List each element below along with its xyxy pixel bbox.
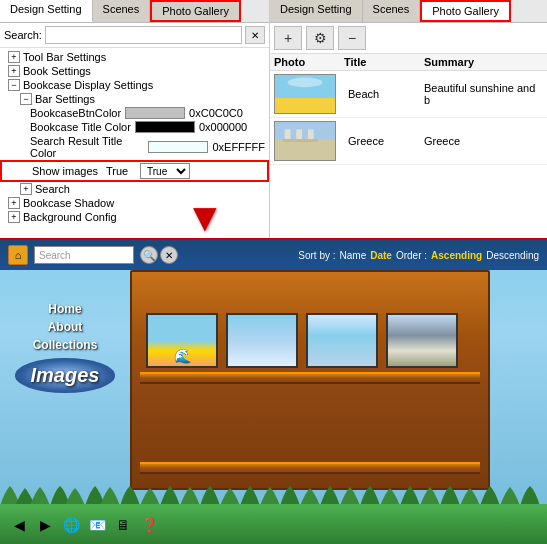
tree-item-bg-config[interactable]: + Background Config: [0, 210, 269, 224]
gallery-thumb-beach: [274, 74, 336, 114]
sort-ascending-button[interactable]: Ascending: [431, 250, 482, 261]
remove-photo-button[interactable]: −: [338, 26, 366, 50]
left-tab-bar: Design Setting Scenes Photo Gallery: [0, 0, 269, 23]
shelf-thumb-3[interactable]: [306, 313, 378, 368]
color-label: Bookcase Title Color: [30, 121, 131, 133]
home-icon-button[interactable]: ⌂: [8, 245, 28, 265]
color-swatch[interactable]: [125, 107, 185, 119]
sky-thumb: [228, 315, 296, 366]
taskbar-browser-icon[interactable]: 🌐: [60, 514, 82, 536]
add-photo-button[interactable]: +: [274, 26, 302, 50]
nav-collections[interactable]: Collections: [33, 336, 98, 354]
tree-item-btn-color: BookcaseBtnColor 0xC0C0C0: [0, 106, 269, 120]
taskbar-forward-button[interactable]: ▶: [34, 514, 56, 536]
search-box-top[interactable]: Search: [34, 246, 134, 264]
svg-rect-3: [275, 122, 335, 139]
tree-label: Search: [35, 183, 70, 195]
settings-photo-button[interactable]: ⚙: [306, 26, 334, 50]
tree-item-bar-settings[interactable]: − Bar Settings: [0, 92, 269, 106]
expander-icon: −: [8, 79, 20, 91]
show-images-dropdown[interactable]: True False: [140, 163, 190, 179]
taskbar-help-icon[interactable]: ❓: [138, 514, 160, 536]
shelf-thumb-2[interactable]: [226, 313, 298, 368]
left-nav: Home About Collections Images: [0, 300, 130, 393]
gallery-summary-beach: Beautiful sunshine and b: [424, 82, 543, 106]
red-arrow: ▼: [185, 195, 225, 240]
search-input[interactable]: [45, 26, 242, 44]
beach-thumb: [148, 315, 216, 366]
color-value: 0x000000: [199, 121, 247, 133]
tab-photo-gallery-left[interactable]: Photo Gallery: [150, 0, 241, 22]
search-text: Search: [39, 250, 71, 261]
gallery-table-header: Photo Title Summary: [270, 54, 547, 71]
tree-label: Bar Settings: [35, 93, 95, 105]
gallery-toolbar: + ⚙ −: [270, 23, 547, 54]
tree-item-show-images: Show images True True False: [0, 160, 269, 182]
tree-item-search[interactable]: + Search: [0, 182, 269, 196]
tab-scenes-left[interactable]: Scenes: [93, 0, 151, 22]
svg-rect-1: [275, 98, 335, 113]
col-title: Title: [344, 56, 424, 68]
bookcase-topbar: ⌂ Search 🔍 ✕ Sort by : Name Date Order :…: [0, 240, 547, 270]
col-summary: Summary: [424, 56, 543, 68]
order-label: Order :: [396, 250, 427, 261]
home-icon: ⌂: [15, 249, 22, 261]
clouds-thumb: [308, 315, 376, 366]
tree-label: Bookcase Shadow: [23, 197, 114, 209]
gallery-title-beach: Beach: [344, 88, 424, 100]
nav-about[interactable]: About: [48, 318, 83, 336]
show-images-label: Show images: [32, 165, 102, 177]
tree-label: Tool Bar Settings: [23, 51, 106, 63]
tree-item-toolbar[interactable]: + Tool Bar Settings: [0, 50, 269, 64]
taskbar-computer-icon[interactable]: 🖥: [112, 514, 134, 536]
gallery-row[interactable]: Greece Greece: [270, 118, 547, 165]
left-settings-pane: Design Setting Scenes Photo Gallery Sear…: [0, 0, 270, 238]
settings-tree: + Tool Bar Settings + Book Settings − Bo…: [0, 48, 269, 238]
gallery-thumb-greece: [274, 121, 336, 161]
taskbar-email-icon[interactable]: 📧: [86, 514, 108, 536]
tab-design-setting-right[interactable]: Design Setting: [270, 0, 363, 22]
tree-item-search-color: Search Result Title Color 0xEFFFFF: [0, 134, 269, 160]
sort-descending-button[interactable]: Descending: [486, 250, 539, 261]
color-label: BookcaseBtnColor: [30, 107, 121, 119]
svg-point-2: [288, 78, 323, 88]
shelf-2: [140, 462, 480, 474]
taskbar: ◀ ▶ 🌐 📧 🖥 ❓: [0, 506, 547, 544]
tree-item-book[interactable]: + Book Settings: [0, 64, 269, 78]
color-swatch[interactable]: [148, 141, 208, 153]
color-swatch[interactable]: [135, 121, 195, 133]
bookcase-panel: ⌂ Search 🔍 ✕ Sort by : Name Date Order :…: [0, 240, 547, 544]
tab-scenes-right[interactable]: Scenes: [363, 0, 421, 22]
tree-item-shadow[interactable]: + Bookcase Shadow: [0, 196, 269, 210]
tree-item-bookcase-display[interactable]: − Bookcase Display Settings: [0, 78, 269, 92]
close-search-button[interactable]: ✕: [160, 246, 178, 264]
svg-rect-8: [283, 139, 318, 142]
tab-photo-gallery-right[interactable]: Photo Gallery: [420, 0, 511, 22]
nav-home[interactable]: Home: [48, 300, 81, 318]
col-photo: Photo: [274, 56, 344, 68]
zoom-search-button[interactable]: 🔍: [140, 246, 158, 264]
svg-rect-4: [275, 139, 335, 160]
images-badge[interactable]: Images: [15, 358, 116, 393]
tab-design-setting-left[interactable]: Design Setting: [0, 0, 93, 22]
gallery-row[interactable]: Beach Beautiful sunshine and b: [270, 71, 547, 118]
shelf-thumb-4[interactable]: [386, 313, 458, 368]
search-bar: Search: ✕: [0, 23, 269, 48]
search-label: Search:: [4, 29, 42, 41]
sort-date-button[interactable]: Date: [370, 250, 392, 261]
shelf-items-top: [146, 286, 474, 368]
search-clear-button[interactable]: ✕: [245, 26, 265, 44]
expander-icon: −: [20, 93, 32, 105]
shelf-thumb-1[interactable]: [146, 313, 218, 368]
search-icons: 🔍 ✕: [140, 246, 178, 264]
shelf-1: [140, 372, 480, 384]
gallery-title-greece: Greece: [344, 135, 424, 147]
expander-icon: +: [8, 51, 20, 63]
taskbar-back-button[interactable]: ◀: [8, 514, 30, 536]
bookcase: [130, 270, 490, 490]
expander-icon: +: [8, 65, 20, 77]
expander-icon: +: [20, 183, 32, 195]
sort-name-button[interactable]: Name: [340, 250, 367, 261]
gallery-summary-greece: Greece: [424, 135, 543, 147]
expander-icon: +: [8, 211, 20, 223]
